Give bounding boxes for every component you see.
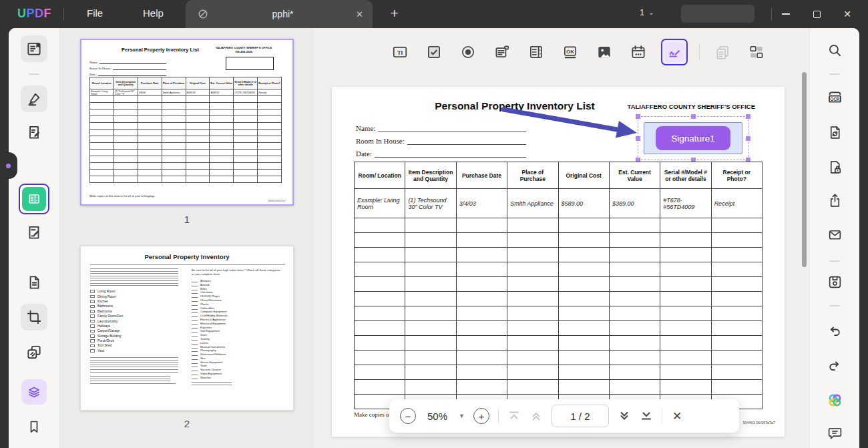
save-icon [827, 274, 843, 290]
thumb1-office: TALIAFFERO COUNTY SHERIFF'S OFFICE 706-4… [207, 46, 280, 55]
resize-handle[interactable] [746, 136, 750, 141]
table-example-cell: (1) Techsound 30" Color TV [405, 189, 456, 218]
sidebar-item-watermark[interactable] [21, 339, 47, 365]
thumb2-paragraph-skeleton [90, 357, 178, 373]
table-example-cell: Smith Appliance [507, 189, 558, 218]
logo-letter: U [17, 7, 27, 20]
sidebar-item-mail[interactable] [821, 221, 848, 248]
logo-letter: F [44, 7, 52, 20]
sidebar-item-search[interactable] [821, 37, 848, 63]
sidebar-item-convert[interactable] [821, 119, 848, 146]
sidebar-item-reader[interactable] [21, 35, 47, 62]
tab-document-icon [196, 7, 210, 21]
close-toolbar-button[interactable]: ✕ [672, 409, 682, 423]
sidebar-item-annotate[interactable] [21, 85, 47, 112]
signature-field-tool[interactable] [661, 39, 688, 65]
sidebar-item-form[interactable] [19, 184, 49, 214]
checkbox-icon [90, 310, 95, 313]
list-box-tool[interactable] [525, 41, 548, 63]
combo-box-icon [493, 43, 511, 61]
next-page-button[interactable] [618, 409, 631, 423]
tab-close-icon[interactable]: ✕ [356, 9, 363, 19]
sidebar-item-ai-assistant[interactable] [821, 387, 848, 413]
radio-button-tool[interactable] [457, 41, 479, 63]
resize-handle[interactable] [636, 114, 640, 119]
close-window-button[interactable]: ✕ [836, 6, 859, 22]
sidebar-item-share[interactable] [821, 187, 848, 214]
zoom-in-button[interactable]: + [473, 408, 489, 424]
inventory-table: Room/ LocationItem Description and Quant… [354, 162, 763, 409]
zoom-toolbar: − 50% ▼ + 1 / 2 ✕ [389, 399, 739, 433]
sidebar-item-crop[interactable] [21, 304, 47, 330]
sidebar-item-pages[interactable] [21, 269, 47, 296]
thumb1-header-cell: Purchase Date [138, 77, 162, 89]
sidebar-item-undo[interactable] [821, 318, 848, 345]
vertical-scrollbar[interactable] [802, 72, 807, 267]
sidebar-item-save[interactable] [821, 268, 848, 295]
page-number-value: 1 [640, 7, 644, 17]
new-tab-button[interactable]: + [385, 4, 405, 24]
sidebar-item-edit[interactable] [21, 119, 47, 146]
page-indicator-input[interactable]: 1 / 2 [552, 405, 609, 427]
zoom-dropdown-icon[interactable]: ▼ [459, 413, 465, 419]
resize-handle[interactable] [691, 114, 696, 119]
titlebar-placeholder-button[interactable] [681, 5, 754, 23]
menu-file[interactable]: File [87, 7, 103, 19]
sidebar-item-redo[interactable] [821, 353, 848, 379]
checkbox-icon [90, 314, 95, 318]
thumb2-paragraph-skeleton [90, 383, 176, 386]
signature-field-icon [664, 42, 684, 62]
text-field-icon: TI [391, 43, 409, 61]
right-sidebar: OCR [809, 28, 859, 448]
thumbnail-page-2[interactable]: Personal Property Inventory Living RoomD… [80, 246, 294, 411]
checkbox-icon [90, 290, 95, 293]
document-tab[interactable]: pphi* ✕ [186, 0, 373, 28]
maximize-button[interactable] [805, 6, 828, 22]
sidebar-divider [829, 260, 840, 262]
layout-grid-tool[interactable] [745, 41, 768, 63]
table-header-cell: Item Description and Quantity [405, 162, 456, 189]
 [21, 417, 47, 444]
svg-text:TI: TI [397, 49, 403, 56]
signature-field-box[interactable]: Signature1 [644, 122, 742, 154]
thumb1-header-cell: Est. Current Value [210, 77, 234, 89]
thumb1-empty-box [226, 57, 274, 70]
go-to-bottom-button[interactable] [640, 409, 653, 423]
sidebar-item-comment[interactable] [821, 421, 848, 445]
menu-help[interactable]: Help [143, 7, 164, 19]
titlebar: UPDF File Help pphi* ✕ + 1 ⌄ ✕ [0, 0, 868, 28]
table-example-cell: $389.00 [609, 189, 660, 218]
page-number-dropdown[interactable]: 1 ⌄ [640, 7, 654, 17]
table-header-cell: Purchase Date [456, 162, 507, 189]
undo-icon [827, 323, 843, 339]
table-header-cell: Est. Current Value [609, 162, 660, 189]
combo-box-tool[interactable] [491, 41, 513, 63]
thumb1-header-cell: Item Description and Quantity [114, 77, 138, 89]
sidebar-item-layers[interactable] [21, 379, 47, 405]
date-field-tool[interactable] [627, 41, 650, 63]
duplicate-icon [714, 43, 731, 61]
image-field-tool[interactable] [593, 41, 616, 63]
minimize-button[interactable] [775, 6, 797, 22]
sidebar-item-protect[interactable] [821, 154, 848, 180]
zoom-level[interactable]: 50% [425, 411, 450, 422]
resize-handle[interactable] [636, 136, 640, 141]
pages-icon [25, 274, 43, 291]
sidebar-item-ocr[interactable]: OCR [821, 84, 848, 111]
date-field-icon [630, 43, 647, 61]
thumbnail-page-1[interactable]: Personal Property Inventory List TALIAFF… [80, 39, 294, 206]
text-field-tool[interactable]: TI [389, 41, 411, 63]
signature-field-selection[interactable]: Signature1 [638, 116, 748, 160]
zoom-out-button[interactable]: − [400, 408, 416, 424]
thumb1-example-cell: 3/4/03 [138, 89, 162, 96]
checkbox-icon [90, 324, 95, 328]
annotation-arrow[interactable] [500, 107, 642, 142]
signature-field-label[interactable]: Signature1 [656, 126, 730, 150]
sidebar-item-sign[interactable] [21, 219, 47, 246]
push-button-tool[interactable]: OK [559, 41, 582, 63]
resize-handle[interactable] [746, 114, 750, 119]
thumb1-table: Room/ LocationItem Description and Quant… [89, 77, 282, 183]
table-example-cell: $589.00 [558, 189, 609, 218]
checkbox-tool[interactable] [423, 41, 445, 63]
sidebar-divider [829, 73, 840, 75]
